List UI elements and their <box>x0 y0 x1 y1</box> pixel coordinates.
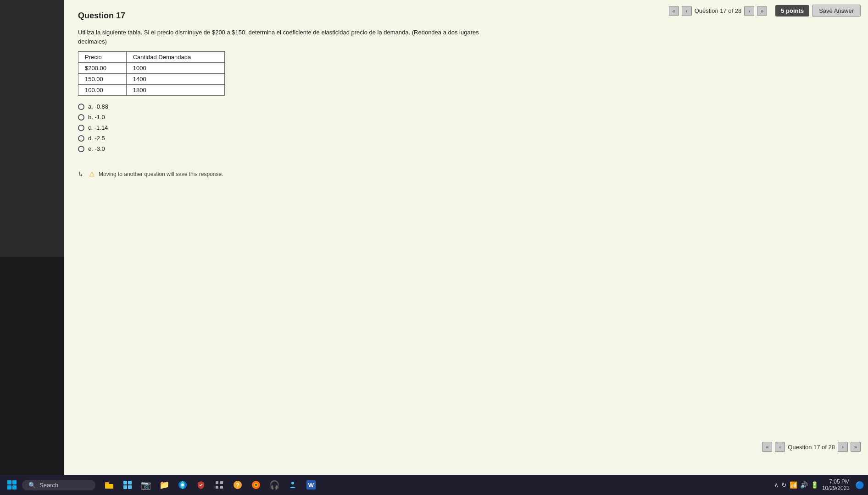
option-d-label: d. -2.5 <box>88 135 105 142</box>
clock-date: 10/29/2023 <box>822 485 850 491</box>
bottom-navigation: « ‹ Question 17 of 28 › » <box>762 442 861 452</box>
answer-options: a. -0.88 b. -1.0 c. -1.14 d. -2.5 e. -3.… <box>78 103 854 152</box>
first-question-button[interactable]: « <box>669 6 679 16</box>
svg-rect-11 <box>220 486 223 489</box>
option-c-label: c. -1.14 <box>88 124 108 131</box>
cantidad-cell-1: 1000 <box>126 63 224 74</box>
system-clock[interactable]: 7:05 PM 10/29/2023 <box>822 478 850 491</box>
top-navigation: « ‹ Question 17 of 28 › » 5 points Save … <box>669 5 861 17</box>
option-e[interactable]: e. -3.0 <box>78 145 854 152</box>
folder-icon[interactable]: 📁 <box>156 477 172 493</box>
chevron-up-icon[interactable]: ∧ <box>774 481 779 489</box>
word-icon[interactable]: W <box>303 477 319 493</box>
svg-point-17 <box>291 482 294 484</box>
help-icon[interactable]: ? <box>229 477 246 493</box>
radio-b[interactable] <box>78 114 84 121</box>
battery-icon[interactable]: 🔋 <box>811 481 818 489</box>
svg-rect-1 <box>105 484 113 489</box>
win-logo-tr <box>12 480 17 484</box>
question-counter-bottom: Question 17 of 28 <box>788 444 835 451</box>
svg-point-16 <box>255 484 257 486</box>
arrow-icon: ↳ <box>78 170 83 178</box>
table-header-cantidad: Cantidad Demandada <box>126 52 224 63</box>
bottom-next-button[interactable]: › <box>838 442 848 452</box>
volume-icon[interactable]: 🔊 <box>800 481 808 489</box>
svg-rect-10 <box>216 486 218 489</box>
table-row: 150.00 1400 <box>78 74 225 85</box>
svg-rect-2 <box>123 481 127 484</box>
radio-c[interactable] <box>78 125 84 131</box>
svg-rect-4 <box>123 485 127 489</box>
option-d[interactable]: d. -2.5 <box>78 135 854 142</box>
file-explorer-icon[interactable] <box>101 477 117 493</box>
quiz-area: « ‹ Question 17 of 28 › » 5 points Save … <box>64 0 868 475</box>
camera-icon[interactable]: 📷 <box>138 477 154 493</box>
dark-sidebar <box>0 0 64 257</box>
price-demand-table: Precio Cantidad Demandada $200.00 1000 1… <box>78 51 225 96</box>
option-c[interactable]: c. -1.14 <box>78 124 854 131</box>
question-counter-top: Question 17 of 28 <box>695 7 742 14</box>
system-tray: ∧ ↻ 📶 🔊 🔋 7:05 PM 10/29/2023 🔵 <box>774 478 864 491</box>
table-row: $200.00 1000 <box>78 63 225 74</box>
start-button[interactable] <box>4 477 20 493</box>
svg-point-7 <box>181 484 184 486</box>
multi-window-icon[interactable] <box>119 477 136 493</box>
bottom-last-button[interactable]: » <box>851 442 861 452</box>
people-icon[interactable] <box>284 477 301 493</box>
precio-cell-1: $200.00 <box>78 63 127 74</box>
cantidad-cell-2: 1400 <box>126 74 224 85</box>
headphone-icon[interactable]: 🎧 <box>266 477 283 493</box>
option-b-label: b. -1.0 <box>88 114 105 121</box>
radio-d[interactable] <box>78 135 84 142</box>
table-header-precio: Precio <box>78 52 127 63</box>
prev-question-button[interactable]: ‹ <box>682 6 692 16</box>
warning-message: ↳ ⚠ Moving to another question will save… <box>78 170 854 178</box>
svg-rect-3 <box>128 481 132 484</box>
windows-logo <box>7 480 17 490</box>
taskbar-search[interactable]: 🔍 Search <box>22 480 95 490</box>
clock-time: 7:05 PM <box>829 478 850 485</box>
quiz-inner: « ‹ Question 17 of 28 › » 5 points Save … <box>64 0 868 475</box>
radio-a[interactable] <box>78 104 84 110</box>
shield-icon[interactable] <box>193 477 209 493</box>
win-logo-tl <box>7 480 11 484</box>
svg-text:?: ? <box>236 482 239 489</box>
svg-text:W: W <box>308 482 314 489</box>
wifi-icon[interactable]: 📶 <box>790 481 797 489</box>
bottom-first-button[interactable]: « <box>762 442 772 452</box>
svg-rect-5 <box>128 485 132 489</box>
precio-cell-2: 150.00 <box>78 74 127 85</box>
warning-icon: ⚠ <box>89 170 95 178</box>
radio-e[interactable] <box>78 146 84 152</box>
option-a-label: a. -0.88 <box>88 103 108 110</box>
last-question-button[interactable]: » <box>757 6 767 16</box>
svg-rect-8 <box>216 481 218 484</box>
table-row: 100.00 1800 <box>78 85 225 96</box>
grid-icon[interactable] <box>211 477 228 493</box>
precio-cell-3: 100.00 <box>78 85 127 96</box>
firefox-icon[interactable] <box>248 477 264 493</box>
save-answer-button[interactable]: Save Answer <box>812 5 861 17</box>
warning-text: Moving to another question will save thi… <box>99 171 223 177</box>
next-question-button[interactable]: › <box>744 6 754 16</box>
points-badge: 5 points <box>775 5 809 16</box>
cantidad-cell-3: 1800 <box>126 85 224 96</box>
win-logo-br <box>12 485 17 490</box>
tray-icons: ∧ ↻ 📶 🔊 🔋 <box>774 481 818 489</box>
taskbar: 🔍 Search 📷 📁 <box>0 475 868 495</box>
taskbar-apps: 📷 📁 <box>101 477 319 493</box>
search-text: Search <box>39 482 58 489</box>
notification-icon[interactable]: 🔵 <box>855 481 864 490</box>
browser-icon[interactable] <box>174 477 191 493</box>
search-icon: 🔍 <box>28 482 36 489</box>
option-e-label: e. -3.0 <box>88 145 105 152</box>
bottom-prev-button[interactable]: ‹ <box>775 442 785 452</box>
option-a[interactable]: a. -0.88 <box>78 103 854 110</box>
svg-rect-9 <box>220 481 223 484</box>
win-logo-bl <box>7 485 11 490</box>
option-b[interactable]: b. -1.0 <box>78 114 854 121</box>
refresh-icon: ↻ <box>781 481 787 489</box>
question-text: Utiliza la siguiente tabla. Si el precio… <box>78 28 491 46</box>
